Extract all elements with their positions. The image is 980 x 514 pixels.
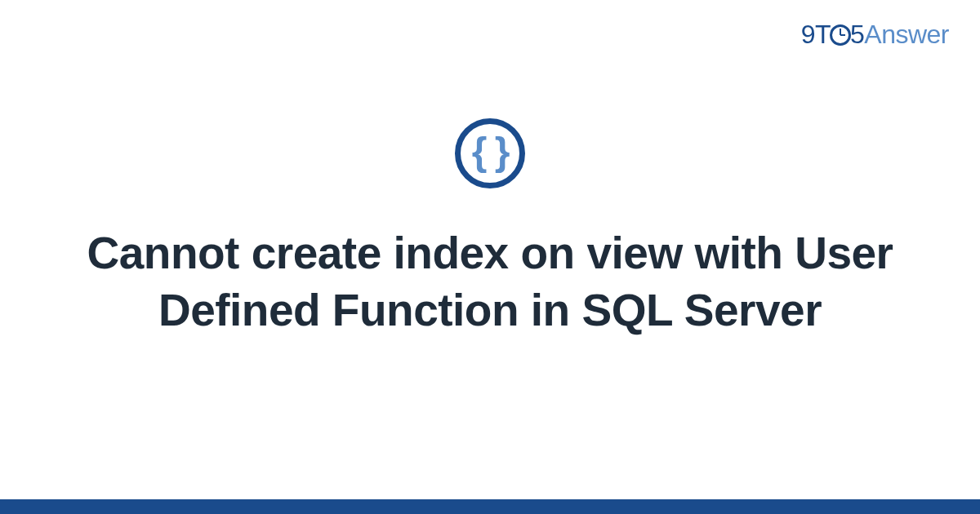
clock-icon (830, 24, 851, 46)
logo-answer: Answer (864, 20, 949, 49)
logo-nine: 9 (801, 20, 815, 49)
category-icon-circle: { } (455, 118, 525, 188)
code-braces-icon: { } (472, 132, 509, 171)
site-logo: 9T5Answer (801, 20, 949, 50)
logo-five: 5 (850, 20, 864, 49)
footer-bar (0, 499, 980, 514)
logo-t: T (815, 20, 831, 49)
page-title: Cannot create index on view with User De… (74, 224, 906, 339)
